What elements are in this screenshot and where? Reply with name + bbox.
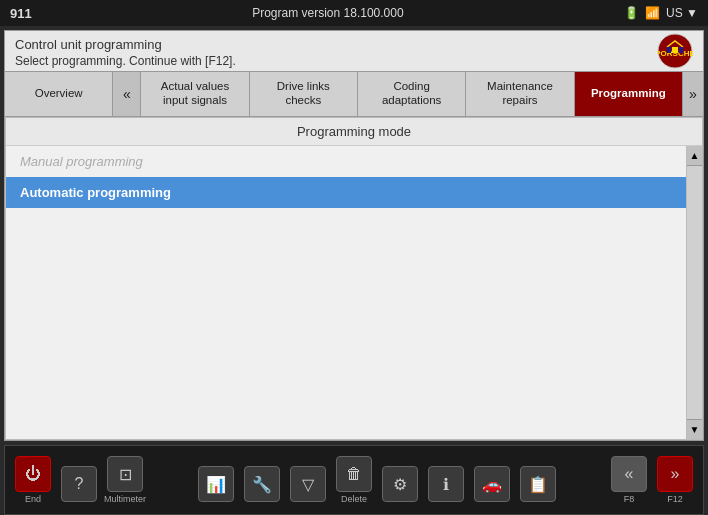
manual-programming-item[interactable]: Manual programming: [6, 146, 702, 177]
header-subtitle: Select programming. Continue with [F12].: [15, 54, 236, 68]
document-icon: 📋: [520, 466, 556, 502]
svg-rect-2: [672, 47, 678, 53]
scroll-up-button[interactable]: ▲: [687, 146, 703, 166]
multimeter-label: Multimeter: [104, 494, 146, 504]
program-version: Program version 18.100.000: [252, 6, 403, 20]
porsche-logo: PORSCHE: [657, 33, 693, 69]
end-button[interactable]: ⏻ End: [11, 456, 55, 504]
tab-actual-values[interactable]: Actual valuesinput signals: [141, 72, 249, 116]
filter-icon: ▽: [290, 466, 326, 502]
tab-maintenance[interactable]: Maintenancerepairs: [466, 72, 574, 116]
battery-icon: 🔋: [624, 6, 639, 20]
delete-button[interactable]: 🗑 Delete: [332, 456, 376, 504]
status-indicators: 🔋 📶 US ▼: [624, 6, 698, 20]
tab-nav-next[interactable]: »: [683, 72, 703, 116]
tabs: Overview « Actual valuesinput signals Dr…: [5, 71, 703, 117]
svg-rect-4: [679, 47, 683, 53]
device-id: 911: [10, 6, 32, 21]
delete-icon: 🗑: [336, 456, 372, 492]
wrench-button[interactable]: 🔧: [240, 466, 284, 504]
filter-button[interactable]: ▽: [286, 466, 330, 504]
document-button[interactable]: 📋: [516, 466, 560, 504]
info-button[interactable]: ℹ: [424, 466, 468, 504]
tab-programming[interactable]: Programming: [575, 72, 683, 116]
scrollbar[interactable]: ▲ ▼: [686, 146, 702, 439]
header-text: Control unit programming Select programm…: [15, 37, 236, 68]
header: Control unit programming Select programm…: [5, 31, 703, 71]
graph-button[interactable]: 📊: [194, 466, 238, 504]
end-label: End: [25, 494, 41, 504]
wrench-icon: 🔧: [244, 466, 280, 502]
header-title: Control unit programming: [15, 37, 236, 52]
multimeter-button[interactable]: ⊡ Multimeter: [103, 456, 147, 504]
back-label: F8: [624, 494, 635, 504]
help-icon: ?: [61, 466, 97, 502]
settings-button[interactable]: ⚙: [378, 466, 422, 504]
graph-icon: 📊: [198, 466, 234, 502]
status-bar: 911 Program version 18.100.000 🔋 📶 US ▼: [0, 0, 708, 26]
multimeter-icon: ⊡: [107, 456, 143, 492]
tab-coding-adaptations[interactable]: Codingadaptations: [358, 72, 466, 116]
car-icon: 🚗: [474, 466, 510, 502]
car-button[interactable]: 🚗: [470, 466, 514, 504]
next-f12-button[interactable]: » F12: [653, 456, 697, 504]
bottom-toolbar: ⏻ End ? ⊡ Multimeter 📊 🔧 ▽ 🗑 Delete: [4, 445, 704, 515]
region-selector[interactable]: US ▼: [666, 6, 698, 20]
content-title: Programming mode: [6, 118, 702, 146]
next-label: F12: [667, 494, 683, 504]
wifi-icon: 📶: [645, 6, 660, 20]
content-panel: Programming mode Manual programming Auto…: [5, 117, 703, 440]
scroll-down-button[interactable]: ▼: [687, 419, 703, 439]
help-button[interactable]: ?: [57, 466, 101, 504]
tab-drive-links[interactable]: Drive linkschecks: [250, 72, 358, 116]
toolbar-left-group: ⏻ End ? ⊡ Multimeter: [11, 456, 147, 504]
delete-label: Delete: [341, 494, 367, 504]
next-icon: »: [657, 456, 693, 492]
info-icon: ℹ: [428, 466, 464, 502]
programming-list: Manual programming Automatic programming…: [6, 146, 702, 439]
svg-rect-3: [667, 47, 671, 53]
tab-nav-back[interactable]: «: [113, 72, 141, 116]
main-area: Control unit programming Select programm…: [4, 30, 704, 441]
automatic-programming-item[interactable]: Automatic programming: [6, 177, 702, 208]
back-icon: «: [611, 456, 647, 492]
toolbar-mid-group: 📊 🔧 ▽ 🗑 Delete ⚙ ℹ 🚗 📋: [194, 456, 560, 504]
back-f8-button[interactable]: « F8: [607, 456, 651, 504]
end-icon: ⏻: [15, 456, 51, 492]
tab-overview[interactable]: Overview: [5, 72, 113, 116]
toolbar-right-group: « F8 » F12: [607, 456, 697, 504]
settings-icon: ⚙: [382, 466, 418, 502]
